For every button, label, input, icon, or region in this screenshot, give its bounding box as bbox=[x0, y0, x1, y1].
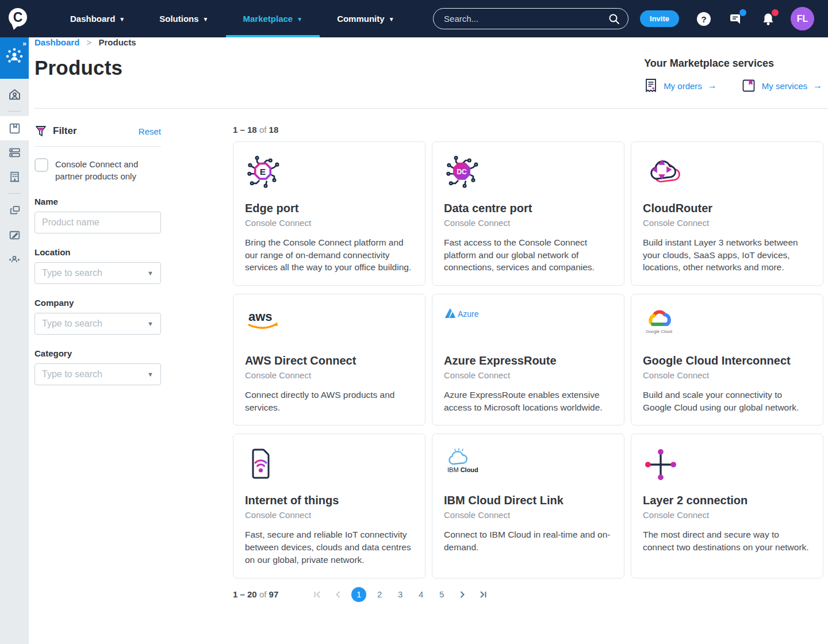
main-nav: Dashboard▼Solutions▼Marketplace▼Communit… bbox=[53, 0, 412, 37]
product-card[interactable]: IBM CloudIBM Cloud Direct LinkConsole Co… bbox=[432, 434, 624, 578]
product-card[interactable]: DCData centre portConsole ConnectFast ac… bbox=[432, 141, 624, 286]
product-description: Fast, secure and reliable IoT connectivi… bbox=[245, 528, 413, 566]
nav-item-label: Dashboard bbox=[70, 14, 115, 24]
product-card[interactable]: Internet of thingsConsole ConnectFast, s… bbox=[233, 434, 425, 578]
edge-port-icon: E bbox=[245, 155, 413, 193]
company-select[interactable]: Type to search ▼ bbox=[34, 313, 161, 335]
next-page-button[interactable] bbox=[455, 587, 470, 602]
chevron-down-icon: ▼ bbox=[147, 371, 154, 378]
product-description: Build instant Layer 3 networks between y… bbox=[643, 236, 811, 274]
ibm-cloud-logo-icon: IBM Cloud bbox=[444, 447, 612, 485]
products-section: 1 – 18 of 18 EEdge portConsole ConnectBr… bbox=[233, 125, 823, 602]
chevron-down-icon: ▼ bbox=[147, 270, 154, 277]
google-cloud-logo-icon: Google Cloud bbox=[643, 307, 811, 345]
header-divider bbox=[34, 108, 828, 109]
filter-reset-link[interactable]: Reset bbox=[139, 126, 161, 136]
my-orders-link[interactable]: My orders → bbox=[644, 78, 717, 93]
first-page-button[interactable] bbox=[310, 587, 325, 602]
expand-chevrons-icon: » bbox=[22, 40, 25, 48]
help-button[interactable]: ? bbox=[696, 12, 711, 26]
product-name-input[interactable] bbox=[34, 212, 161, 233]
invite-button[interactable]: Invite bbox=[640, 10, 679, 27]
product-name: Internet of things bbox=[245, 494, 413, 507]
nav-item-solutions[interactable]: Solutions▼ bbox=[142, 0, 225, 37]
product-card[interactable]: Layer 2 connectionConsole ConnectThe mos… bbox=[631, 434, 823, 578]
svg-text:Google Cloud: Google Cloud bbox=[646, 329, 672, 334]
location-field-label: Location bbox=[34, 247, 161, 257]
main-content: Dashboard > Products Products Your Marke… bbox=[29, 37, 828, 625]
page-number-4[interactable]: 4 bbox=[413, 587, 428, 602]
building-icon bbox=[8, 170, 21, 183]
messages-button[interactable] bbox=[729, 12, 743, 26]
page-number-5[interactable]: 5 bbox=[434, 587, 449, 602]
page-number-2[interactable]: 2 bbox=[372, 587, 387, 602]
nav-item-marketplace[interactable]: Marketplace▼ bbox=[226, 0, 320, 37]
filter-panel: Filter Reset Console Connect and partner… bbox=[34, 125, 161, 602]
product-card[interactable]: EEdge portConsole ConnectBring the Conso… bbox=[233, 141, 425, 286]
search-icon[interactable] bbox=[608, 13, 620, 25]
product-name: Data centre port bbox=[444, 202, 612, 215]
prev-page-button[interactable] bbox=[331, 587, 346, 602]
top-navbar: C Dashboard▼Solutions▼Marketplace▼Commun… bbox=[0, 0, 828, 37]
nav-item-dashboard[interactable]: Dashboard▼ bbox=[53, 0, 142, 37]
layers-icon bbox=[8, 204, 21, 217]
meeting-icon bbox=[6, 48, 23, 65]
product-name: AWS Direct Connect bbox=[245, 354, 413, 367]
results-count: 1 – 18 of 18 bbox=[233, 125, 823, 135]
pagination: 1 – 20 of 97 12345 bbox=[233, 587, 823, 602]
messages-badge bbox=[739, 9, 746, 16]
product-vendor: Console Connect bbox=[245, 510, 413, 520]
product-card[interactable]: Google CloudGoogle Cloud InterconnectCon… bbox=[631, 294, 823, 425]
product-name: Edge port bbox=[245, 202, 413, 215]
sidebar-item-products-box[interactable] bbox=[0, 116, 29, 140]
name-field-label: Name bbox=[34, 197, 161, 206]
product-vendor: Console Connect bbox=[643, 510, 811, 520]
product-vendor: Console Connect bbox=[245, 218, 413, 228]
category-select[interactable]: Type to search ▼ bbox=[34, 363, 161, 385]
notifications-button[interactable] bbox=[761, 12, 776, 26]
filter-divider bbox=[34, 146, 161, 147]
product-name: Layer 2 connection bbox=[643, 494, 811, 507]
my-services-label: My services bbox=[762, 81, 807, 91]
product-vendor: Console Connect bbox=[444, 370, 612, 380]
page-number-1[interactable]: 1 bbox=[351, 587, 366, 602]
page-number-3[interactable]: 3 bbox=[393, 587, 408, 602]
product-card[interactable]: awsAWS Direct ConnectConsole ConnectConn… bbox=[233, 294, 425, 425]
sidebar-item-contract-pen[interactable] bbox=[0, 223, 29, 247]
product-card[interactable]: AzureAzure ExpressRouteConsole ConnectAz… bbox=[432, 294, 624, 425]
product-vendor: Console Connect bbox=[444, 218, 612, 228]
svg-text:E: E bbox=[260, 167, 266, 177]
servers-icon bbox=[8, 146, 21, 159]
nav-item-community[interactable]: Community▼ bbox=[320, 0, 411, 37]
last-page-button[interactable] bbox=[476, 587, 490, 602]
breadcrumb-dashboard-link[interactable]: Dashboard bbox=[34, 37, 79, 47]
console-connect-only-checkbox-row[interactable]: Console Connect and partner products onl… bbox=[34, 158, 161, 183]
product-card[interactable]: CloudRouterConsole ConnectBuild instant … bbox=[631, 141, 823, 286]
azure-logo-icon: Azure bbox=[444, 307, 612, 345]
product-vendor: Console Connect bbox=[245, 370, 413, 380]
results-range: 1 – 18 bbox=[233, 125, 257, 135]
product-description: The most direct and secure way to connec… bbox=[643, 528, 811, 553]
sidebar-expand-tile[interactable]: » bbox=[0, 37, 29, 79]
checkbox[interactable] bbox=[34, 158, 48, 172]
console-connect-logo[interactable]: C bbox=[0, 7, 36, 31]
sidebar-item-people-group[interactable] bbox=[0, 247, 29, 271]
sidebar-item-home-person[interactable] bbox=[0, 82, 29, 106]
search-input[interactable] bbox=[444, 14, 608, 24]
user-avatar[interactable]: FL bbox=[791, 7, 814, 30]
sidebar-divider bbox=[8, 193, 21, 194]
sidebar-item-building[interactable] bbox=[0, 164, 29, 189]
my-services-link[interactable]: My services → bbox=[741, 78, 822, 93]
sidebar-item-layers[interactable] bbox=[0, 198, 29, 223]
svg-text:DC: DC bbox=[457, 168, 467, 176]
arrow-right-icon: → bbox=[708, 80, 717, 91]
chevron-down-icon: ▼ bbox=[147, 320, 154, 327]
global-search[interactable] bbox=[433, 8, 628, 29]
page-title: Products bbox=[34, 56, 122, 79]
product-name: CloudRouter bbox=[643, 202, 811, 215]
product-description: Build and scale your connectivity to Goo… bbox=[643, 389, 811, 413]
product-vendor: Console Connect bbox=[643, 370, 811, 380]
location-select[interactable]: Type to search ▼ bbox=[34, 262, 161, 284]
svg-text:aws: aws bbox=[248, 309, 273, 324]
sidebar-item-servers[interactable] bbox=[0, 140, 29, 164]
